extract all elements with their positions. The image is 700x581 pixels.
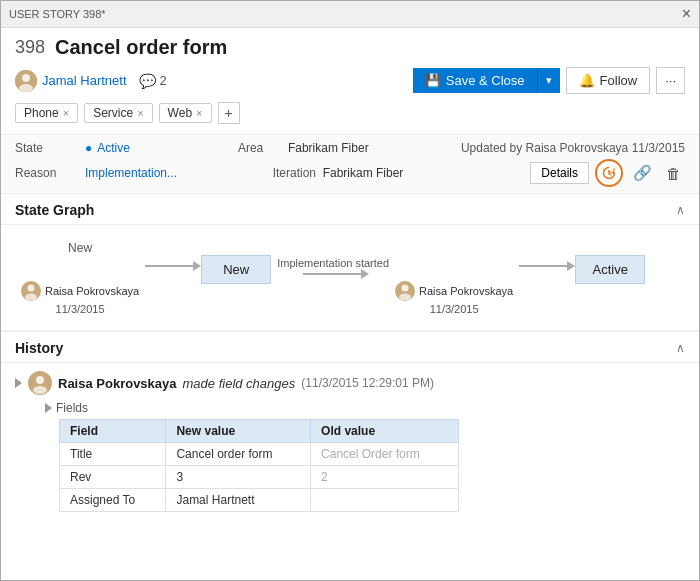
svg-point-8	[399, 293, 411, 300]
follow-button[interactable]: 🔔 Follow	[566, 67, 651, 94]
svg-point-4	[28, 284, 35, 291]
work-item-title[interactable]: Cancel order form	[55, 36, 227, 59]
col-new-value: New value	[166, 420, 311, 443]
field-new-value: Cancel order form	[166, 443, 311, 466]
fields-section: Fields Field New value Old value Title C…	[45, 401, 685, 512]
trash-button[interactable]: 🗑	[662, 163, 685, 184]
more-button[interactable]: ···	[656, 67, 685, 94]
arrow-2-container: Implementation started	[277, 257, 389, 275]
history-user-name: Raisa Pokrovskaya	[58, 376, 177, 391]
tag-service: Service ×	[84, 103, 152, 123]
avatar	[15, 70, 37, 92]
work-item-id-title: 398 Cancel order form	[15, 36, 685, 59]
toolbar-row: Jamal Hartnett 💬 2 💾Save & Close ▾ 🔔 Fol…	[15, 67, 685, 94]
title-bar-label: USER STORY 398*	[9, 8, 106, 20]
tag-service-label: Service	[93, 106, 133, 120]
tag-web-close[interactable]: ×	[196, 107, 202, 119]
close-icon[interactable]: ×	[682, 5, 691, 23]
field-old-value	[311, 489, 459, 512]
expand-icon[interactable]	[15, 378, 22, 388]
fields-label: Fields	[45, 401, 685, 415]
svg-point-11	[33, 386, 47, 394]
assigned-user[interactable]: Jamal Hartnett	[15, 70, 127, 92]
svg-point-5	[25, 293, 37, 300]
comment-number: 2	[160, 73, 167, 88]
history-collapse[interactable]: ∧	[676, 341, 685, 355]
state-box-new: New	[201, 255, 271, 284]
state-box-active: Active	[575, 255, 645, 284]
state-graph-header: State Graph ∧	[1, 194, 699, 225]
svg-point-2	[19, 84, 33, 92]
state-node-4: Active	[575, 235, 645, 290]
tag-phone-label: Phone	[24, 106, 59, 120]
tag-web: Web ×	[159, 103, 212, 123]
col-field: Field	[60, 420, 166, 443]
table-row: Assigned To Jamal Hartnett	[60, 489, 459, 512]
tag-phone: Phone ×	[15, 103, 78, 123]
state-value[interactable]: Active	[85, 141, 238, 155]
table-row: Title Cancel order form Cancel Order for…	[60, 443, 459, 466]
details-toolbar: Details 🔗 🗑	[530, 159, 685, 187]
fields-table: Field New value Old value Title Cancel o…	[59, 419, 459, 512]
tag-web-label: Web	[168, 106, 192, 120]
fields-expand-icon[interactable]	[45, 403, 52, 413]
history-action: made field changes	[183, 376, 296, 391]
tags-row: Phone × Service × Web × +	[15, 102, 685, 124]
save-close-button[interactable]: 💾Save & Close	[413, 68, 538, 93]
field-old-value: 2	[311, 466, 459, 489]
history-section: History ∧ Raisa Pokrovskaya made field c…	[1, 331, 699, 520]
tag-phone-close[interactable]: ×	[63, 107, 69, 119]
arrow-1	[145, 265, 195, 267]
title-bar: USER STORY 398* ×	[1, 1, 699, 28]
iteration-value: Fabrikam Fiber	[323, 166, 531, 180]
state-date-1: 11/3/2015	[56, 303, 105, 315]
state-label: State	[15, 141, 85, 155]
field-name: Assigned To	[60, 489, 166, 512]
toolbar-right: 💾Save & Close ▾ 🔔 Follow ···	[413, 67, 685, 94]
follow-icon: 🔔	[579, 73, 595, 88]
state-user-name-3: Raisa Pokrovskaya	[419, 285, 513, 297]
reason-value[interactable]: Implementation...	[85, 166, 273, 180]
iteration-label: Iteration	[273, 166, 323, 180]
save-close-dropdown[interactable]: ▾	[538, 68, 560, 93]
field-old-value: Cancel Order form	[311, 443, 459, 466]
main-header: 398 Cancel order form Jamal Hartnett 💬 2	[1, 28, 699, 135]
arrow-3	[519, 265, 569, 267]
svg-point-1	[22, 74, 30, 82]
history-title: History	[15, 340, 63, 356]
state-node-3: Raisa Pokrovskaya 11/3/2015	[395, 241, 513, 315]
state-user-3: Raisa Pokrovskaya	[395, 281, 513, 301]
table-row: Rev 3 2	[60, 466, 459, 489]
add-tag-button[interactable]: +	[218, 102, 240, 124]
field-name: Title	[60, 443, 166, 466]
state-node-2: New	[201, 235, 271, 290]
state-node-1: New Raisa Pokrovskaya 11/3/2015	[21, 241, 139, 315]
details-button[interactable]: Details	[530, 162, 589, 184]
comment-count[interactable]: 💬 2	[139, 73, 167, 89]
toolbar-left: Jamal Hartnett 💬 2	[15, 70, 167, 92]
history-user-line: Raisa Pokrovskaya made field changes (11…	[15, 371, 685, 395]
svg-point-10	[36, 376, 44, 384]
comment-icon: 💬	[139, 73, 156, 89]
state-user-1: Raisa Pokrovskaya	[21, 281, 139, 301]
field-name: Rev	[60, 466, 166, 489]
save-close-group: 💾Save & Close ▾	[413, 68, 560, 93]
history-timestamp: (11/3/2015 12:29:01 PM)	[301, 376, 434, 390]
state-date-3: 11/3/2015	[430, 303, 479, 315]
state-user-name-1: Raisa Pokrovskaya	[45, 285, 139, 297]
work-item-id: 398	[15, 37, 45, 58]
field-new-value: Jamal Hartnett	[166, 489, 311, 512]
history-icon-button[interactable]	[595, 159, 623, 187]
svg-point-7	[402, 284, 409, 291]
state-label-new: New	[68, 241, 92, 255]
metadata-section: State Active Area Fabrikam Fiber Updated…	[1, 135, 699, 194]
state-graph-collapse[interactable]: ∧	[676, 203, 685, 217]
area-value: Fabrikam Fiber	[288, 141, 461, 155]
col-old-value: Old value	[311, 420, 459, 443]
history-header: History ∧	[1, 332, 699, 363]
link-button[interactable]: 🔗	[629, 162, 656, 184]
tag-service-close[interactable]: ×	[137, 107, 143, 119]
assigned-user-name: Jamal Hartnett	[42, 73, 127, 88]
history-entry: Raisa Pokrovskaya made field changes (11…	[1, 363, 699, 520]
state-graph-title: State Graph	[15, 202, 94, 218]
